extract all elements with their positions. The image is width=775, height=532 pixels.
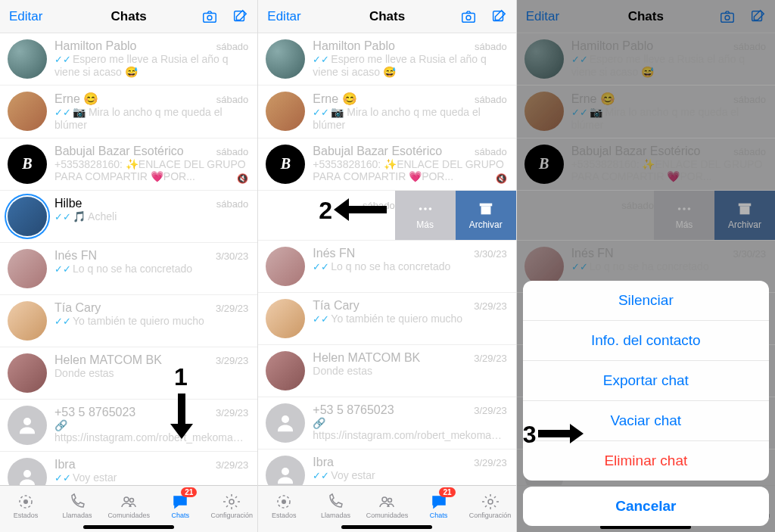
avatar: [8, 92, 47, 131]
svg-point-25: [382, 497, 387, 502]
svg-point-24: [282, 499, 286, 504]
sheet-vaciar[interactable]: Vaciar chat: [523, 401, 769, 441]
edit-button[interactable]: Editar: [267, 9, 300, 24]
panel-step-3: Editar Chats Hamilton Pablosábado✓✓Esper…: [517, 0, 775, 532]
avatar-placeholder: [8, 458, 47, 485]
tab-config[interactable]: Configuración: [465, 486, 516, 526]
compose-icon[interactable]: [232, 8, 248, 25]
svg-rect-0: [204, 13, 216, 22]
chat-row[interactable]: Hamilton Pablosábado ✓✓Espero me lleve a…: [0, 33, 257, 86]
unread-badge: 21: [439, 487, 455, 497]
svg-point-17: [428, 207, 431, 210]
chat-row[interactable]: Erne 😊sábado✓✓📷 Mira lo ancho q me queda…: [258, 86, 515, 138]
chat-row[interactable]: Helen MATCOM BK3/29/23Donde estas: [258, 345, 515, 397]
unread-badge: 21: [181, 487, 197, 497]
avatar-placeholder: [8, 406, 47, 445]
chat-row[interactable]: Hilbesábado ✓✓🎵 Acheli: [0, 191, 257, 243]
sheet-eliminar[interactable]: Eliminar chat: [523, 441, 769, 481]
muted-icon: 🔇: [237, 173, 248, 184]
swipe-actions: Más Archivar: [395, 191, 516, 240]
svg-rect-14: [493, 11, 503, 20]
chat-row[interactable]: Hamilton Pablosábado✓✓Espero me lleve a …: [258, 33, 515, 86]
chat-row[interactable]: B Babujal Bazar Esotéricosábado +5353828…: [0, 138, 257, 191]
chat-row[interactable]: Ibra3/29/23 ✓✓Voy estar: [0, 452, 257, 485]
svg-point-1: [207, 15, 212, 20]
sheet-exportar[interactable]: Exportar chat: [523, 361, 769, 401]
tab-config[interactable]: Configuración: [206, 486, 257, 526]
compose-icon[interactable]: [490, 8, 507, 25]
avatar: [8, 39, 47, 79]
svg-rect-18: [479, 203, 492, 206]
chat-row[interactable]: +53 5 87650233/29/23🔗 https://instagram.…: [258, 397, 515, 450]
chat-row[interactable]: Inés FN3/30/23 ✓✓Lo q no se ha concretad…: [0, 243, 257, 295]
avatar: [8, 249, 47, 288]
chat-name: Hamilton Pablo: [54, 39, 137, 53]
chat-row[interactable]: Tía Cary3/29/23✓✓Yo también te quiero mu…: [258, 293, 515, 345]
panel-step-2: Editar Chats Hamilton Pablosábado✓✓Esper…: [258, 0, 516, 532]
avatar: [8, 197, 47, 236]
chat-row-swiped[interactable]: heli sábado Más Archivar: [258, 191, 515, 241]
svg-point-22: [282, 468, 289, 475]
edit-button[interactable]: Editar: [9, 9, 42, 24]
sheet-cancelar[interactable]: Cancelar: [523, 487, 769, 526]
svg-point-27: [488, 499, 493, 504]
svg-point-7: [124, 497, 129, 502]
sheet-silenciar[interactable]: Silenciar: [523, 281, 769, 321]
swipe-more-button[interactable]: Más: [395, 191, 456, 240]
chat-row[interactable]: +53 5 87650233/29/23 🔗 https://instagram…: [0, 400, 257, 452]
tab-comunidades[interactable]: Comunidades: [103, 486, 154, 526]
avatar: B: [266, 145, 305, 184]
tab-estados[interactable]: Estados: [258, 486, 310, 526]
tab-llamadas[interactable]: Llamadas: [51, 486, 103, 526]
tab-estados[interactable]: Estados: [0, 486, 51, 526]
chat-row[interactable]: B Babujal Bazar Esotéricosábado+53538281…: [258, 138, 515, 191]
action-sheet: Silenciar Info. del contacto Exportar ch…: [523, 281, 769, 526]
avatar: [8, 353, 47, 393]
panel-step-1: Editar Chats Hamilton Pablosábado ✓✓Espe…: [0, 0, 258, 532]
avatar: [266, 299, 305, 338]
svg-point-9: [229, 499, 234, 504]
svg-point-8: [130, 499, 134, 502]
muted-icon: 🔇: [496, 173, 507, 184]
home-indicator: [341, 525, 432, 529]
chat-list: Hamilton Pablosábado ✓✓Espero me lleve a…: [0, 33, 257, 485]
avatar-placeholder: [266, 456, 305, 485]
header: Editar Chats: [0, 0, 257, 33]
tab-llamadas[interactable]: Llamadas: [310, 486, 361, 526]
svg-point-13: [466, 15, 471, 20]
avatar: [8, 301, 47, 341]
camera-icon[interactable]: [201, 8, 218, 25]
chat-row[interactable]: Ibra3/29/23✓✓Voy estar: [258, 450, 515, 485]
avatar: [266, 351, 305, 390]
chat-list: Hamilton Pablosábado✓✓Espero me lleve a …: [258, 33, 515, 485]
svg-point-4: [23, 470, 31, 478]
chat-row[interactable]: Inés FN3/30/23✓✓Lo q no se ha concretado: [258, 241, 515, 293]
action-sheet-backdrop[interactable]: Silenciar Info. del contacto Exportar ch…: [517, 0, 775, 532]
avatar: [266, 247, 305, 286]
svg-point-15: [419, 207, 422, 210]
chat-row[interactable]: Erne 😊sábado ✓✓📷 Mira lo ancho q me qued…: [0, 86, 257, 138]
sheet-info[interactable]: Info. del contacto: [523, 321, 769, 361]
chat-time: sábado: [216, 41, 249, 52]
svg-rect-2: [235, 11, 244, 20]
swipe-archive-button[interactable]: Archivar: [456, 191, 516, 240]
tab-chats[interactable]: Chats21: [154, 486, 206, 526]
svg-point-21: [282, 415, 289, 423]
svg-point-6: [23, 499, 28, 504]
avatar: B: [8, 145, 47, 184]
svg-rect-12: [462, 13, 475, 22]
home-indicator: [83, 525, 174, 529]
svg-point-3: [23, 418, 31, 425]
svg-rect-20: [484, 208, 488, 210]
svg-point-16: [424, 207, 427, 210]
avatar: [266, 39, 305, 79]
header: Editar Chats: [258, 0, 515, 33]
tab-chats[interactable]: Chats21: [413, 486, 465, 526]
avatar: [266, 92, 305, 131]
svg-point-26: [388, 499, 392, 502]
tab-comunidades[interactable]: Comunidades: [361, 486, 412, 526]
camera-icon[interactable]: [460, 8, 477, 25]
chat-row[interactable]: Helen MATCOM BK3/29/23 Donde estas: [0, 347, 257, 400]
chat-row[interactable]: Tía Cary3/29/23 ✓✓Yo también te quiero m…: [0, 295, 257, 347]
avatar-placeholder: [266, 403, 305, 443]
